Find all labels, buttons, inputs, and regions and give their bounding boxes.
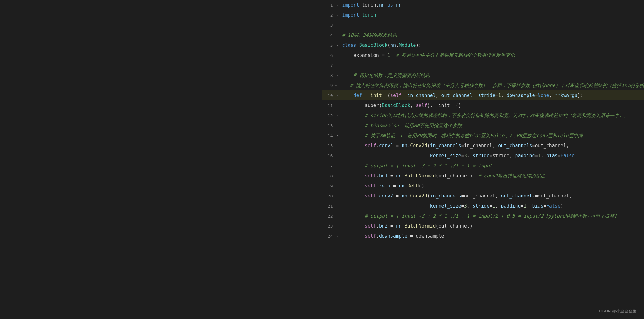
code-content: super(BasicBlock, self).__init__() <box>340 100 461 111</box>
line-number: 11 <box>322 103 335 108</box>
line-number: 22 <box>322 214 335 219</box>
line-number: 10 <box>322 93 335 98</box>
line-number: 15 <box>322 143 335 148</box>
line-number: 19 <box>322 184 335 188</box>
code-content: # 输入特征矩阵的深度，输出特征矩阵深度（主分支卷积核个数），步距，下采样参数（… <box>337 80 644 90</box>
line-number: 23 <box>322 224 335 229</box>
editor-container: 1▾import torch.nn as nn2▾import torch34#… <box>0 0 644 319</box>
code-content: self.downsample = downsample <box>340 231 444 241</box>
code-line: 15 self.conv1 = nn.Conv2d(in_channels=in… <box>322 141 644 151</box>
code-content: # 初始化函数，定义所需要的层结构 <box>340 70 430 80</box>
watermark: CSDN @小金金金鱼 <box>599 308 636 314</box>
code-line: 5▾class BasicBlock(nn.Module): <box>322 40 644 50</box>
line-number: 17 <box>322 164 335 168</box>
code-content: # output = ( input -3 + 2 * 1 )/1 + 1 = … <box>340 161 493 171</box>
code-content: self.bn1 = nn.BatchNorm2d(out_channel) #… <box>340 171 545 181</box>
fold-indicator[interactable]: ◆ <box>335 74 340 77</box>
code-content: import torch <box>340 10 376 20</box>
code-content: expansion = 1 # 残差结构中主分支所采用卷积核的个数有没有发生变化 <box>340 50 515 60</box>
code-editor <box>0 0 322 319</box>
line-number: 14 <box>322 133 335 138</box>
code-content: # bias=False 使用BN不使用偏置这个参数 <box>340 121 462 131</box>
code-content: self.conv2 = nn.Conv2d(in_channels=out_c… <box>340 191 572 201</box>
code-line: 14▾ # 关于BN笔记：1，使用BN的同时，卷积中的参数bias置为False… <box>322 131 644 141</box>
code-line: 9◆ # 输入特征矩阵的深度，输出特征矩阵深度（主分支卷积核个数），步距，下采样… <box>322 80 644 90</box>
code-content: import torch.nn as nn <box>340 0 402 10</box>
line-number: 2 <box>322 13 335 18</box>
code-line: 2▾import torch <box>322 10 644 20</box>
code-line: 1▾import torch.nn as nn <box>322 0 644 10</box>
line-number: 7 <box>322 63 335 68</box>
code-line: 16 kernel_size=3, stride=stride, padding… <box>322 151 644 161</box>
fold-indicator[interactable]: ▾ <box>335 43 340 47</box>
line-number: 3 <box>322 23 335 28</box>
code-line: 13 # bias=False 使用BN不使用偏置这个参数 <box>322 121 644 131</box>
code-line: 22 # output = ( input -3 + 2 * 1 )/1 + 1… <box>322 211 644 221</box>
code-line: 12◆ # stride为1时默认为实线的残差结构，不会改变特征矩阵的高和宽。为… <box>322 111 644 121</box>
code-line: 3 <box>322 20 644 30</box>
fold-indicator[interactable]: ▾ <box>335 3 340 7</box>
fold-indicator[interactable]: ◆ <box>335 94 340 97</box>
code-content: self.conv1 = nn.Conv2d(in_channels=in_ch… <box>340 141 569 151</box>
line-number: 9 <box>322 83 335 88</box>
line-number: 8 <box>322 73 335 78</box>
code-line: 17 # output = ( input -3 + 2 * 1 )/1 + 1… <box>322 161 644 171</box>
code-content: self.bn2 = nn.BatchNorm2d(out_channel) <box>340 221 473 231</box>
code-editor: 1▾import torch.nn as nn2▾import torch34#… <box>322 0 644 319</box>
code-line: 19 self.relu = nn.ReLU() <box>322 181 644 191</box>
code-line: 7 <box>322 60 644 70</box>
line-number: 1 <box>322 3 335 8</box>
code-line: 23 self.bn2 = nn.BatchNorm2d(out_channel… <box>322 221 644 231</box>
line-number: 12 <box>322 113 335 118</box>
code-content: kernel_size=3, stride=1, padding=1, bias… <box>340 201 563 211</box>
code-line: 8◆ # 初始化函数，定义所需要的层结构 <box>322 70 644 80</box>
line-number: 18 <box>322 174 335 178</box>
line-number: 13 <box>322 123 335 128</box>
code-line: 10◆ def __init__(self, in_channel, out_c… <box>322 90 644 100</box>
code-content: def __init__(self, in_channel, out_chann… <box>340 90 583 100</box>
code-line: 21 kernel_size=3, stride=1, padding=1, b… <box>322 201 644 211</box>
code-line: 4# 18层、34层的残差结构 <box>322 30 644 40</box>
line-number: 6 <box>322 53 335 58</box>
code-line: 24▾ self.downsample = downsample <box>322 231 644 241</box>
code-content: # stride为1时默认为实线的残差结构，不会改变特征矩阵的高和宽。为2时，对… <box>340 111 629 121</box>
line-number: 16 <box>322 154 335 158</box>
code-line: 6 expansion = 1 # 残差结构中主分支所采用卷积核的个数有没有发生… <box>322 50 644 60</box>
line-number: 21 <box>322 204 335 208</box>
fold-indicator[interactable]: ▾ <box>335 134 340 138</box>
code-content: class BasicBlock(nn.Module): <box>340 40 422 50</box>
line-number: 24 <box>322 234 335 239</box>
code-content: # 关于BN笔记：1，使用BN的同时，卷积中的参数bias置为False；2，B… <box>340 131 583 141</box>
line-number: 20 <box>322 194 335 198</box>
line-number: 4 <box>322 33 335 38</box>
line-number: 5 <box>322 43 335 48</box>
fold-indicator[interactable]: ▾ <box>335 234 340 238</box>
code-content: # output = ( input -3 + 2 * 1 )/1 + 1 = … <box>340 211 619 221</box>
code-line: 11 super(BasicBlock, self).__init__() <box>322 100 644 111</box>
fold-indicator[interactable]: ◆ <box>335 114 340 117</box>
code-content: # 18层、34层的残差结构 <box>340 30 397 40</box>
code-content: kernel_size=3, stride=stride, padding=1,… <box>340 151 578 161</box>
code-line: 20 self.conv2 = nn.Conv2d(in_channels=ou… <box>322 191 644 201</box>
fold-indicator[interactable]: ▾ <box>335 13 340 17</box>
code-line: 18 self.bn1 = nn.BatchNorm2d(out_channel… <box>322 171 644 181</box>
code-content: self.relu = nn.ReLU() <box>340 181 425 191</box>
